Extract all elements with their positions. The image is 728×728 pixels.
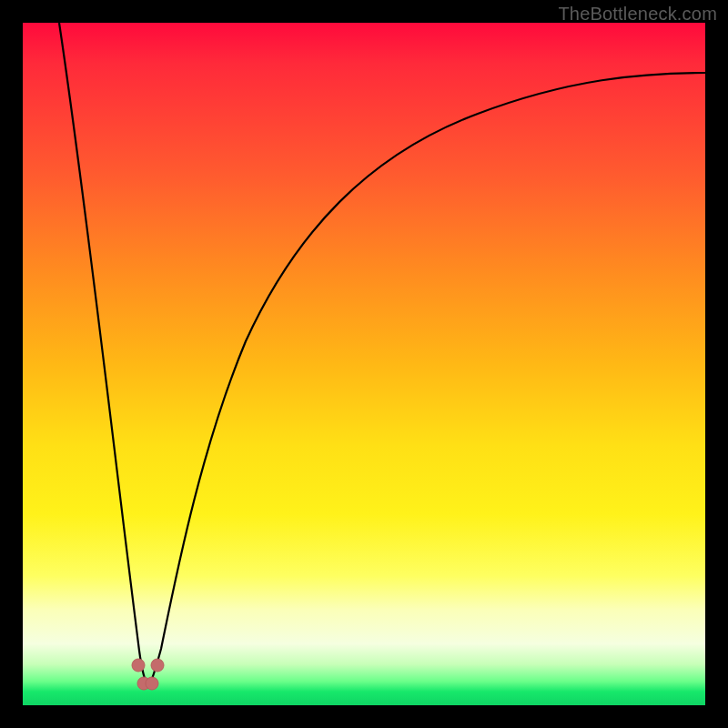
watermark-text: TheBottleneck.com <box>558 4 717 25</box>
curve-left-branch <box>59 23 148 687</box>
chart-frame: TheBottleneck.com <box>0 0 728 728</box>
marker-dot <box>151 659 164 672</box>
plot-area <box>23 23 705 705</box>
marker-dot <box>146 677 158 690</box>
curve-right-branch <box>148 73 705 687</box>
bottleneck-curve <box>23 23 705 705</box>
marker-dot <box>132 659 145 672</box>
